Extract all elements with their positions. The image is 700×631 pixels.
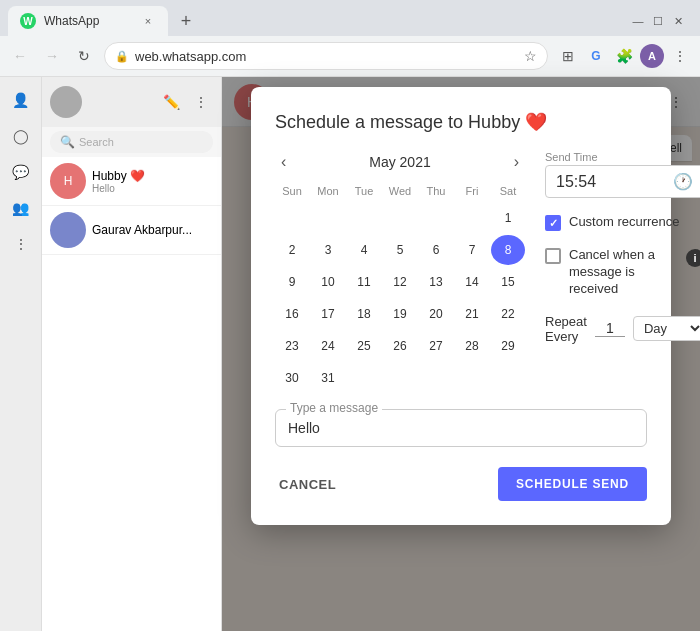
repeat-number-input[interactable] xyxy=(595,320,625,337)
profile-avatar[interactable]: A xyxy=(640,44,664,68)
schedule-modal: Schedule a message to Hubby ❤️ ‹ May 202… xyxy=(251,87,671,525)
cal-day-header: Sun xyxy=(275,181,309,201)
cal-day[interactable]: 6 xyxy=(419,235,453,265)
cal-day[interactable]: 13 xyxy=(419,267,453,297)
puzzle-icon[interactable]: 🧩 xyxy=(612,44,636,68)
search-icon: 🔍 xyxy=(60,135,75,149)
tab-title: WhatsApp xyxy=(44,14,132,28)
cancel-button[interactable]: CANCEL xyxy=(275,469,340,500)
cal-day[interactable]: 2 xyxy=(275,235,309,265)
message-input-label: Type a message xyxy=(286,401,382,415)
tab-close-button[interactable]: × xyxy=(140,13,156,29)
cal-day[interactable]: 22 xyxy=(491,299,525,329)
refresh-button[interactable]: ↻ xyxy=(72,44,96,68)
cal-day[interactable]: 29 xyxy=(491,331,525,361)
modal-overlay: Schedule a message to Hubby ❤️ ‹ May 202… xyxy=(222,77,700,631)
cal-prev-button[interactable]: ‹ xyxy=(275,151,292,173)
cal-day[interactable]: 30 xyxy=(275,363,309,393)
chat-search: 🔍 Search xyxy=(42,127,221,157)
cal-day[interactable]: 17 xyxy=(311,299,345,329)
info-button[interactable]: i xyxy=(686,249,700,267)
window-controls: — ☐ ✕ xyxy=(632,15,692,27)
modal-footer: CANCEL SCHEDULE SEND xyxy=(275,467,647,501)
message-input-section[interactable]: Type a message Hello xyxy=(275,409,647,447)
tab-bar: W WhatsApp × + — ☐ ✕ xyxy=(0,0,700,36)
cal-day[interactable]: 11 xyxy=(347,267,381,297)
cancel-when-received-checkbox[interactable] xyxy=(545,248,561,264)
cal-day[interactable]: 31 xyxy=(311,363,345,393)
minimize-button[interactable]: — xyxy=(632,15,644,27)
new-chat-icon[interactable]: ✏️ xyxy=(159,90,183,114)
url-bar[interactable]: 🔒 web.whatsapp.com ☆ xyxy=(104,42,548,70)
menu-icon[interactable]: ⋮ xyxy=(668,44,692,68)
cal-day-header: Tue xyxy=(347,181,381,201)
chat-list: H Hubby ❤️ Hello Gaurav Akbarpur... xyxy=(42,157,221,255)
cal-day[interactable]: 19 xyxy=(383,299,417,329)
maximize-button[interactable]: ☐ xyxy=(652,15,664,27)
active-tab[interactable]: W WhatsApp × xyxy=(8,6,168,36)
extensions-icon[interactable]: ⊞ xyxy=(556,44,580,68)
repeat-every-row: Repeat Every Day Week Month xyxy=(545,314,700,344)
sidebar-more-icon[interactable]: ⋮ xyxy=(6,229,36,259)
cal-day[interactable]: 12 xyxy=(383,267,417,297)
chat-item-2[interactable]: Gaurav Akbarpur... xyxy=(42,206,221,255)
close-window-button[interactable]: ✕ xyxy=(672,15,684,27)
cal-day[interactable]: 7 xyxy=(455,235,489,265)
chat-header: ✏️ ⋮ xyxy=(42,77,221,127)
cal-day-empty xyxy=(275,203,309,233)
message-text[interactable]: Hello xyxy=(288,420,634,436)
cal-day[interactable]: 5 xyxy=(383,235,417,265)
tab-favicon: W xyxy=(20,13,36,29)
back-button[interactable]: ← xyxy=(8,44,32,68)
cal-day-empty xyxy=(347,363,381,393)
modal-body: ‹ May 2021 › SunMonTueWedThuFriSat123456… xyxy=(275,151,647,393)
forward-button[interactable]: → xyxy=(40,44,64,68)
cal-day-header: Fri xyxy=(455,181,489,201)
cal-day[interactable]: 28 xyxy=(455,331,489,361)
cal-day[interactable]: 23 xyxy=(275,331,309,361)
cal-day[interactable]: 14 xyxy=(455,267,489,297)
cal-day[interactable]: 15 xyxy=(491,267,525,297)
url-text: web.whatsapp.com xyxy=(135,49,518,64)
cal-next-button[interactable]: › xyxy=(508,151,525,173)
sidebar-chat-icon[interactable]: 💬 xyxy=(6,157,36,187)
cal-day-empty xyxy=(311,203,345,233)
chat-item-hubby[interactable]: H Hubby ❤️ Hello xyxy=(42,157,221,206)
cal-day[interactable]: 10 xyxy=(311,267,345,297)
sidebar-status-icon[interactable]: ◯ xyxy=(6,121,36,151)
bookmark-icon[interactable]: ☆ xyxy=(524,48,537,64)
search-placeholder[interactable]: Search xyxy=(79,136,114,148)
menu-dots-icon[interactable]: ⋮ xyxy=(189,90,213,114)
cal-day[interactable]: 16 xyxy=(275,299,309,329)
main-chat: H Hubby ❤️ 🔍 ⋮ Hell Schedule a message t… xyxy=(222,77,700,631)
cal-day[interactable]: 25 xyxy=(347,331,381,361)
lock-icon: 🔒 xyxy=(115,50,129,63)
cal-day[interactable]: 18 xyxy=(347,299,381,329)
cal-day[interactable]: 24 xyxy=(311,331,345,361)
cal-day[interactable]: 21 xyxy=(455,299,489,329)
cal-day-empty xyxy=(419,203,453,233)
google-icon[interactable]: G xyxy=(584,44,608,68)
custom-recurrence-label: Custom recurrence xyxy=(569,214,680,231)
sidebar-profile-icon[interactable]: 👤 xyxy=(6,85,36,115)
sidebar-communities-icon[interactable]: 👥 xyxy=(6,193,36,223)
custom-recurrence-checkbox[interactable]: ✓ xyxy=(545,215,561,231)
send-time-section: Send Time 15:54 🕐 xyxy=(545,151,700,198)
cal-day[interactable]: 1 xyxy=(491,203,525,233)
cal-day-header: Mon xyxy=(311,181,345,201)
sidebar: 👤 ◯ 💬 👥 ⋮ xyxy=(0,77,42,631)
cal-day[interactable]: 26 xyxy=(383,331,417,361)
cal-day[interactable]: 20 xyxy=(419,299,453,329)
cal-day[interactable]: 3 xyxy=(311,235,345,265)
calendar: ‹ May 2021 › SunMonTueWedThuFriSat123456… xyxy=(275,151,525,393)
cal-day[interactable]: 8 xyxy=(491,235,525,265)
new-tab-button[interactable]: + xyxy=(172,7,200,35)
time-input-row[interactable]: 15:54 🕐 xyxy=(545,165,700,198)
repeat-unit-select[interactable]: Day Week Month xyxy=(633,316,700,341)
cal-day[interactable]: 4 xyxy=(347,235,381,265)
cal-day[interactable]: 9 xyxy=(275,267,309,297)
cal-day[interactable]: 27 xyxy=(419,331,453,361)
cal-day-header: Wed xyxy=(383,181,417,201)
schedule-send-button[interactable]: SCHEDULE SEND xyxy=(498,467,647,501)
chat-panel: ✏️ ⋮ 🔍 Search H Hubby ❤️ Hello Gaurav A xyxy=(42,77,222,631)
